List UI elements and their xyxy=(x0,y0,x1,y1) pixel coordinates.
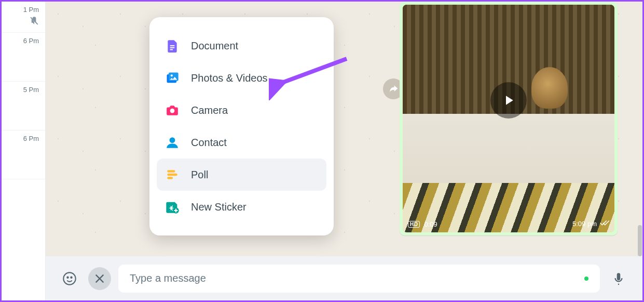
svg-point-6 xyxy=(171,74,173,76)
attach-poll[interactable]: Poll xyxy=(157,159,326,191)
mute-icon xyxy=(30,16,39,27)
svg-point-7 xyxy=(170,109,175,113)
play-icon[interactable] xyxy=(490,82,527,119)
mic-button[interactable] xyxy=(607,267,630,290)
menu-label: New Sticker xyxy=(191,201,246,213)
attach-menu: Document Photos & Videos Camera Contact xyxy=(149,17,334,235)
chat-time: 5 Pm xyxy=(23,86,39,94)
chat-list-item[interactable]: 5 Pm xyxy=(2,82,45,130)
svg-point-15 xyxy=(67,277,68,278)
attach-contact[interactable]: Contact xyxy=(157,126,326,159)
message-input[interactable]: Type a message xyxy=(118,265,600,293)
attach-button[interactable] xyxy=(88,267,111,290)
poll-icon xyxy=(165,167,180,182)
chat-area: HD 0:09 5:09 pm Document xyxy=(46,2,642,300)
svg-rect-9 xyxy=(167,170,175,172)
chat-time: 1 Pm xyxy=(23,6,39,14)
svg-line-13 xyxy=(277,59,347,85)
menu-label: Contact xyxy=(191,137,227,149)
read-receipt-icon xyxy=(600,219,609,228)
video-duration: 0:09 xyxy=(424,220,437,228)
chat-list-sidebar[interactable]: 1 Pm 6 Pm 5 Pm 6 Pm xyxy=(2,2,46,300)
hd-badge: HD xyxy=(408,221,420,228)
sticker-icon xyxy=(165,200,180,214)
chat-list-item[interactable]: 6 Pm xyxy=(2,33,45,82)
placeholder: Type a message xyxy=(130,272,206,284)
document-icon xyxy=(165,38,180,53)
chat-list-item[interactable]: 6 Pm xyxy=(2,130,45,179)
scrollbar[interactable] xyxy=(636,2,642,256)
svg-rect-1 xyxy=(170,45,175,46)
menu-label: Photos & Videos xyxy=(191,72,268,84)
svg-rect-11 xyxy=(167,177,173,179)
camera-icon xyxy=(165,103,180,117)
svg-rect-3 xyxy=(170,49,173,50)
emoji-button[interactable] xyxy=(58,267,81,290)
chat-time: 6 Pm xyxy=(23,135,39,142)
svg-point-16 xyxy=(71,277,72,278)
stickers-indicator xyxy=(584,277,588,281)
svg-rect-2 xyxy=(170,47,175,48)
video-thumbnail[interactable]: HD 0:09 5:09 pm xyxy=(403,5,614,232)
menu-label: Camera xyxy=(191,104,228,116)
photos-icon xyxy=(165,71,180,85)
chat-list-item[interactable]: 1 Pm xyxy=(2,2,45,33)
composer-bar: Type a message xyxy=(46,256,642,300)
svg-rect-10 xyxy=(167,174,177,176)
sent-time: 5:09 pm xyxy=(572,220,597,228)
attach-new-sticker[interactable]: New Sticker xyxy=(157,191,326,223)
annotation-arrow xyxy=(269,54,352,100)
menu-label: Document xyxy=(191,40,238,52)
menu-label: Poll xyxy=(191,169,208,181)
contact-icon xyxy=(165,135,180,150)
chat-time: 6 Pm xyxy=(23,37,39,45)
video-message-bubble[interactable]: HD 0:09 5:09 pm xyxy=(400,2,618,235)
svg-point-14 xyxy=(63,272,75,284)
svg-point-8 xyxy=(170,137,175,143)
